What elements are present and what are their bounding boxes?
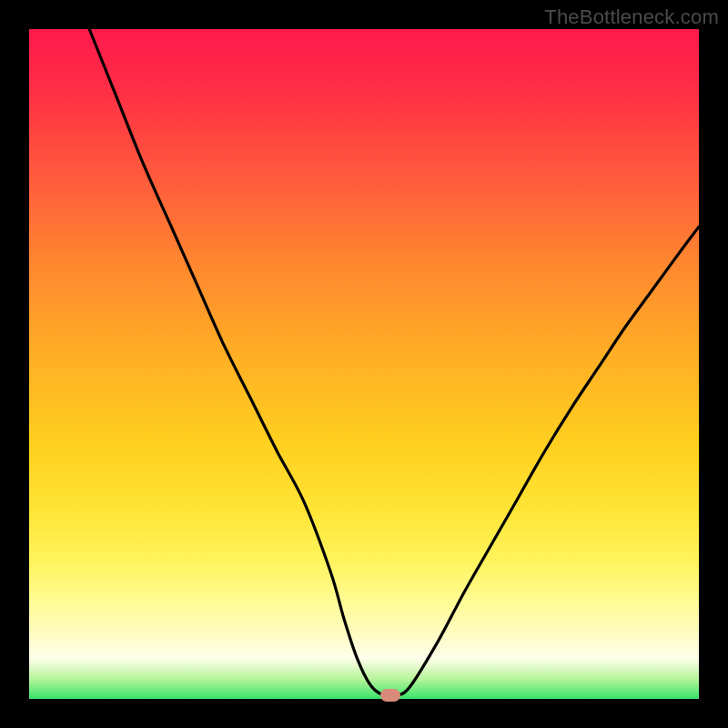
- plot-area: [29, 29, 699, 699]
- optimal-point-marker: [380, 689, 400, 702]
- watermark-text: TheBottleneck.com: [544, 5, 719, 29]
- chart-stage: TheBottleneck.com: [0, 0, 728, 728]
- bottleneck-curve: [29, 29, 699, 699]
